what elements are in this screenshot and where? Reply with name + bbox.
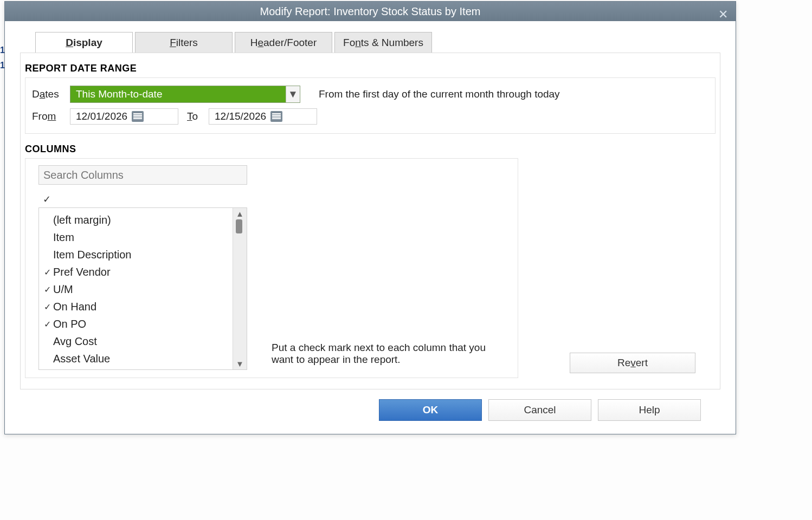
daterange-group: Dates This Month-to-date ▼ From the firs…: [25, 77, 716, 134]
background-stub-2: 1: [0, 61, 5, 70]
columns-scrollbar[interactable]: ▲ ▼: [233, 208, 247, 369]
tab-header-footer[interactable]: Header/Footer: [235, 32, 332, 53]
from-label: From: [32, 110, 65, 122]
chevron-down-icon[interactable]: ▼: [286, 86, 300, 102]
check-icon: ✓: [41, 284, 53, 295]
background-stub-1: 1: [0, 46, 5, 55]
columns-list-item[interactable]: Item: [39, 229, 233, 246]
search-columns-input[interactable]: [38, 165, 247, 185]
tab-fonts-mnemonic: n: [355, 37, 361, 48]
columns-list-item[interactable]: Asset Value: [39, 350, 233, 367]
tab-header-mnemonic: e: [257, 37, 263, 48]
from-date-value: 12/01/2026: [76, 110, 127, 122]
to-date-input[interactable]: 12/15/2026: [209, 108, 317, 125]
scroll-thumb[interactable]: [236, 219, 242, 233]
calendar-icon[interactable]: [270, 111, 282, 122]
close-icon[interactable]: ✕: [718, 5, 728, 24]
dialog-button-bar: OK Cancel Help: [20, 389, 720, 434]
tab-filters[interactable]: Filters: [135, 32, 233, 53]
help-button[interactable]: Help: [598, 399, 701, 421]
tab-display[interactable]: Display: [35, 32, 133, 53]
dates-dropdown[interactable]: This Month-to-date ▼: [70, 86, 300, 103]
tab-fonts-numbers[interactable]: Fonts & Numbers: [334, 32, 432, 53]
tab-strip: Display Filters Header/Footer Fonts & Nu…: [20, 24, 720, 53]
columns-list-item[interactable]: ✓Pref Vendor: [39, 263, 233, 281]
ok-button[interactable]: OK: [379, 399, 482, 421]
columns-list-item[interactable]: Item Description: [39, 246, 233, 263]
to-label: To: [187, 110, 203, 122]
columns-left-pane: ✓ (left margin) Item Item Description ✓P…: [38, 165, 255, 370]
scroll-up-icon[interactable]: ▲: [236, 209, 244, 218]
columns-check-header: ✓: [43, 193, 255, 205]
to-date-value: 12/15/2026: [215, 110, 266, 122]
tab-filters-mnemonic: F: [170, 37, 176, 48]
columns-help-text: Put a check mark next to each column tha…: [272, 342, 510, 366]
dates-label: Dates: [32, 88, 65, 100]
from-date-input[interactable]: 12/01/2026: [70, 108, 178, 125]
calendar-icon[interactable]: [132, 111, 144, 122]
modify-report-dialog: Modify Report: Inventory Stock Status by…: [4, 1, 736, 434]
columns-list-item[interactable]: ✓On PO: [39, 315, 233, 333]
dates-dropdown-value: This Month-to-date: [76, 88, 162, 100]
check-icon: ✓: [41, 302, 53, 312]
columns-listbox: (left margin) Item Item Description ✓Pre…: [38, 207, 247, 370]
columns-list-item[interactable]: ✓On Hand: [39, 298, 233, 315]
cancel-button[interactable]: Cancel: [488, 399, 591, 421]
check-icon: ✓: [41, 267, 53, 277]
revert-button[interactable]: Revert: [570, 353, 695, 373]
scroll-down-icon[interactable]: ▼: [236, 359, 244, 368]
dialog-body: Display Filters Header/Footer Fonts & Nu…: [5, 21, 736, 434]
section-header-daterange: REPORT DATE RANGE: [25, 63, 720, 74]
check-icon: ✓: [41, 319, 53, 329]
columns-list-item[interactable]: ✓U/M: [39, 281, 233, 298]
columns-list-items: (left margin) Item Item Description ✓Pre…: [39, 208, 233, 369]
window-title: Modify Report: Inventory Stock Status by…: [260, 5, 481, 17]
columns-list-item[interactable]: (left margin): [39, 211, 233, 229]
columns-group: ✓ (left margin) Item Item Description ✓P…: [25, 158, 518, 378]
section-header-columns: COLUMNS: [25, 144, 720, 155]
titlebar: Modify Report: Inventory Stock Status by…: [5, 2, 736, 21]
display-panel: REPORT DATE RANGE Dates This Month-to-da…: [20, 53, 720, 389]
tab-display-mnemonic: D: [66, 37, 73, 48]
dates-range-description: From the first day of the current month …: [319, 88, 560, 100]
columns-list-item[interactable]: Avg Cost: [39, 333, 233, 350]
